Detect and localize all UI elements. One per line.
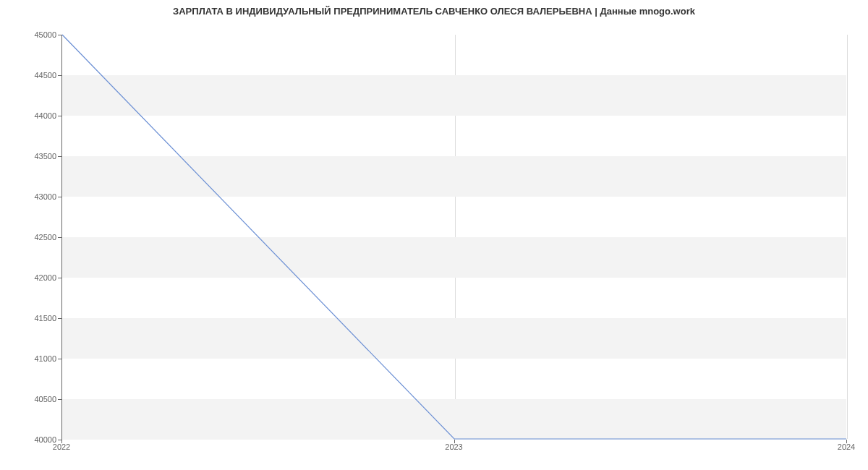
y-tick-label: 44500	[6, 71, 56, 80]
y-tick	[58, 116, 61, 116]
y-tick-label: 41000	[6, 354, 56, 363]
y-tick-label: 41500	[6, 314, 56, 322]
chart-title: ЗАРПЛАТА В ИНДИВИДУАЛЬНЫЙ ПРЕДПРИНИМАТЕЛ…	[0, 6, 868, 17]
y-tick	[58, 156, 61, 157]
y-tick-label: 42000	[6, 273, 56, 282]
y-tick	[58, 35, 61, 35]
x-tick-label: 2024	[838, 443, 855, 451]
plot-area	[61, 35, 846, 440]
y-tick-label: 42500	[6, 233, 56, 242]
y-tick	[58, 359, 61, 359]
y-tick	[58, 440, 61, 440]
y-tick	[58, 399, 61, 400]
y-tick	[58, 278, 61, 278]
chart-container: ЗАРПЛАТА В ИНДИВИДУАЛЬНЫЙ ПРЕДПРИНИМАТЕЛ…	[0, 0, 868, 470]
line-series	[62, 35, 846, 439]
y-tick	[58, 197, 61, 197]
x-tick-label: 2023	[445, 443, 462, 451]
y-tick-label: 40500	[6, 395, 56, 403]
x-gridline	[847, 35, 848, 439]
y-tick-label: 43000	[6, 192, 56, 201]
y-tick	[58, 75, 61, 76]
y-tick-label: 45000	[6, 30, 56, 39]
y-tick-label: 40000	[6, 435, 56, 444]
y-tick	[58, 318, 61, 319]
y-tick-label: 44000	[6, 111, 56, 120]
y-tick-label: 43500	[6, 152, 56, 161]
y-tick	[58, 237, 61, 238]
